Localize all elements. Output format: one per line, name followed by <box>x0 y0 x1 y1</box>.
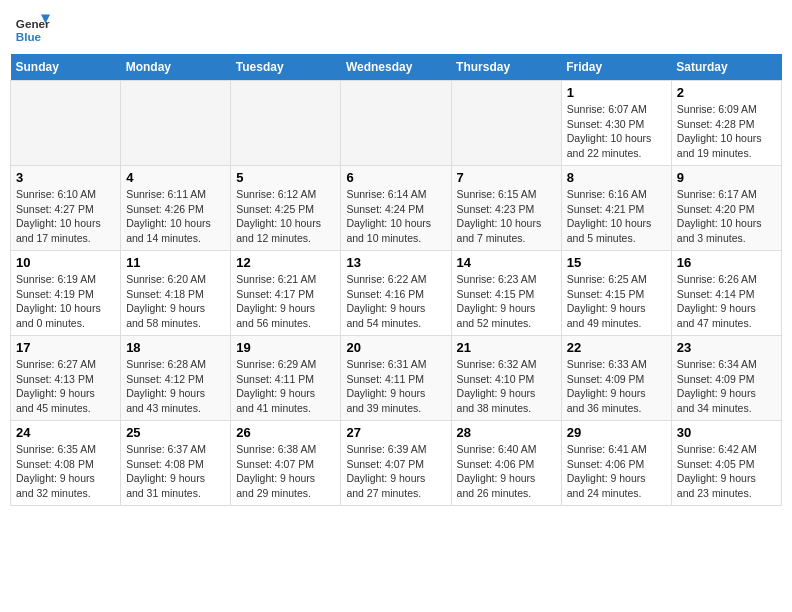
day-cell: 14Sunrise: 6:23 AM Sunset: 4:15 PM Dayli… <box>451 251 561 336</box>
header-friday: Friday <box>561 54 671 81</box>
day-info: Sunrise: 6:38 AM Sunset: 4:07 PM Dayligh… <box>236 442 335 501</box>
day-info: Sunrise: 6:07 AM Sunset: 4:30 PM Dayligh… <box>567 102 666 161</box>
day-number: 10 <box>16 255 115 270</box>
header-tuesday: Tuesday <box>231 54 341 81</box>
header-thursday: Thursday <box>451 54 561 81</box>
day-number: 12 <box>236 255 335 270</box>
day-info: Sunrise: 6:29 AM Sunset: 4:11 PM Dayligh… <box>236 357 335 416</box>
day-info: Sunrise: 6:09 AM Sunset: 4:28 PM Dayligh… <box>677 102 776 161</box>
logo: General Blue <box>14 10 50 46</box>
day-cell <box>231 81 341 166</box>
day-info: Sunrise: 6:15 AM Sunset: 4:23 PM Dayligh… <box>457 187 556 246</box>
day-cell: 5Sunrise: 6:12 AM Sunset: 4:25 PM Daylig… <box>231 166 341 251</box>
week-row-2: 3Sunrise: 6:10 AM Sunset: 4:27 PM Daylig… <box>11 166 782 251</box>
day-cell: 17Sunrise: 6:27 AM Sunset: 4:13 PM Dayli… <box>11 336 121 421</box>
day-info: Sunrise: 6:41 AM Sunset: 4:06 PM Dayligh… <box>567 442 666 501</box>
day-info: Sunrise: 6:31 AM Sunset: 4:11 PM Dayligh… <box>346 357 445 416</box>
day-info: Sunrise: 6:16 AM Sunset: 4:21 PM Dayligh… <box>567 187 666 246</box>
day-cell: 28Sunrise: 6:40 AM Sunset: 4:06 PM Dayli… <box>451 421 561 506</box>
day-info: Sunrise: 6:14 AM Sunset: 4:24 PM Dayligh… <box>346 187 445 246</box>
day-number: 28 <box>457 425 556 440</box>
logo-icon: General Blue <box>14 10 50 46</box>
day-number: 27 <box>346 425 445 440</box>
day-cell: 3Sunrise: 6:10 AM Sunset: 4:27 PM Daylig… <box>11 166 121 251</box>
day-number: 26 <box>236 425 335 440</box>
day-cell: 22Sunrise: 6:33 AM Sunset: 4:09 PM Dayli… <box>561 336 671 421</box>
day-info: Sunrise: 6:17 AM Sunset: 4:20 PM Dayligh… <box>677 187 776 246</box>
day-number: 17 <box>16 340 115 355</box>
header-saturday: Saturday <box>671 54 781 81</box>
day-number: 5 <box>236 170 335 185</box>
day-number: 3 <box>16 170 115 185</box>
day-info: Sunrise: 6:23 AM Sunset: 4:15 PM Dayligh… <box>457 272 556 331</box>
day-info: Sunrise: 6:12 AM Sunset: 4:25 PM Dayligh… <box>236 187 335 246</box>
day-number: 30 <box>677 425 776 440</box>
day-cell: 21Sunrise: 6:32 AM Sunset: 4:10 PM Dayli… <box>451 336 561 421</box>
day-number: 11 <box>126 255 225 270</box>
svg-text:Blue: Blue <box>16 30 42 43</box>
day-cell <box>451 81 561 166</box>
day-cell: 2Sunrise: 6:09 AM Sunset: 4:28 PM Daylig… <box>671 81 781 166</box>
day-number: 15 <box>567 255 666 270</box>
day-cell: 18Sunrise: 6:28 AM Sunset: 4:12 PM Dayli… <box>121 336 231 421</box>
day-number: 9 <box>677 170 776 185</box>
day-cell: 29Sunrise: 6:41 AM Sunset: 4:06 PM Dayli… <box>561 421 671 506</box>
day-cell: 16Sunrise: 6:26 AM Sunset: 4:14 PM Dayli… <box>671 251 781 336</box>
day-info: Sunrise: 6:35 AM Sunset: 4:08 PM Dayligh… <box>16 442 115 501</box>
day-cell: 25Sunrise: 6:37 AM Sunset: 4:08 PM Dayli… <box>121 421 231 506</box>
day-cell: 27Sunrise: 6:39 AM Sunset: 4:07 PM Dayli… <box>341 421 451 506</box>
week-row-3: 10Sunrise: 6:19 AM Sunset: 4:19 PM Dayli… <box>11 251 782 336</box>
week-row-5: 24Sunrise: 6:35 AM Sunset: 4:08 PM Dayli… <box>11 421 782 506</box>
day-number: 29 <box>567 425 666 440</box>
day-info: Sunrise: 6:10 AM Sunset: 4:27 PM Dayligh… <box>16 187 115 246</box>
day-number: 24 <box>16 425 115 440</box>
day-info: Sunrise: 6:34 AM Sunset: 4:09 PM Dayligh… <box>677 357 776 416</box>
day-number: 20 <box>346 340 445 355</box>
day-cell: 15Sunrise: 6:25 AM Sunset: 4:15 PM Dayli… <box>561 251 671 336</box>
day-info: Sunrise: 6:19 AM Sunset: 4:19 PM Dayligh… <box>16 272 115 331</box>
day-number: 23 <box>677 340 776 355</box>
calendar-table: SundayMondayTuesdayWednesdayThursdayFrid… <box>10 54 782 506</box>
day-cell: 30Sunrise: 6:42 AM Sunset: 4:05 PM Dayli… <box>671 421 781 506</box>
day-info: Sunrise: 6:28 AM Sunset: 4:12 PM Dayligh… <box>126 357 225 416</box>
calendar-header-row: SundayMondayTuesdayWednesdayThursdayFrid… <box>11 54 782 81</box>
day-cell: 23Sunrise: 6:34 AM Sunset: 4:09 PM Dayli… <box>671 336 781 421</box>
day-info: Sunrise: 6:37 AM Sunset: 4:08 PM Dayligh… <box>126 442 225 501</box>
day-info: Sunrise: 6:20 AM Sunset: 4:18 PM Dayligh… <box>126 272 225 331</box>
day-info: Sunrise: 6:26 AM Sunset: 4:14 PM Dayligh… <box>677 272 776 331</box>
day-number: 19 <box>236 340 335 355</box>
day-number: 13 <box>346 255 445 270</box>
week-row-1: 1Sunrise: 6:07 AM Sunset: 4:30 PM Daylig… <box>11 81 782 166</box>
header-wednesday: Wednesday <box>341 54 451 81</box>
day-number: 7 <box>457 170 556 185</box>
day-number: 16 <box>677 255 776 270</box>
day-cell: 11Sunrise: 6:20 AM Sunset: 4:18 PM Dayli… <box>121 251 231 336</box>
day-number: 1 <box>567 85 666 100</box>
day-cell: 1Sunrise: 6:07 AM Sunset: 4:30 PM Daylig… <box>561 81 671 166</box>
day-info: Sunrise: 6:42 AM Sunset: 4:05 PM Dayligh… <box>677 442 776 501</box>
header: General Blue <box>10 10 782 46</box>
day-cell: 4Sunrise: 6:11 AM Sunset: 4:26 PM Daylig… <box>121 166 231 251</box>
day-number: 14 <box>457 255 556 270</box>
day-info: Sunrise: 6:32 AM Sunset: 4:10 PM Dayligh… <box>457 357 556 416</box>
day-cell: 24Sunrise: 6:35 AM Sunset: 4:08 PM Dayli… <box>11 421 121 506</box>
day-number: 18 <box>126 340 225 355</box>
calendar-body: 1Sunrise: 6:07 AM Sunset: 4:30 PM Daylig… <box>11 81 782 506</box>
day-cell: 10Sunrise: 6:19 AM Sunset: 4:19 PM Dayli… <box>11 251 121 336</box>
day-cell <box>11 81 121 166</box>
day-cell: 9Sunrise: 6:17 AM Sunset: 4:20 PM Daylig… <box>671 166 781 251</box>
day-cell: 13Sunrise: 6:22 AM Sunset: 4:16 PM Dayli… <box>341 251 451 336</box>
day-cell <box>341 81 451 166</box>
day-info: Sunrise: 6:27 AM Sunset: 4:13 PM Dayligh… <box>16 357 115 416</box>
day-number: 22 <box>567 340 666 355</box>
day-info: Sunrise: 6:33 AM Sunset: 4:09 PM Dayligh… <box>567 357 666 416</box>
day-number: 6 <box>346 170 445 185</box>
day-number: 4 <box>126 170 225 185</box>
day-info: Sunrise: 6:21 AM Sunset: 4:17 PM Dayligh… <box>236 272 335 331</box>
day-info: Sunrise: 6:40 AM Sunset: 4:06 PM Dayligh… <box>457 442 556 501</box>
day-number: 25 <box>126 425 225 440</box>
day-info: Sunrise: 6:39 AM Sunset: 4:07 PM Dayligh… <box>346 442 445 501</box>
day-cell: 19Sunrise: 6:29 AM Sunset: 4:11 PM Dayli… <box>231 336 341 421</box>
day-cell <box>121 81 231 166</box>
day-number: 2 <box>677 85 776 100</box>
